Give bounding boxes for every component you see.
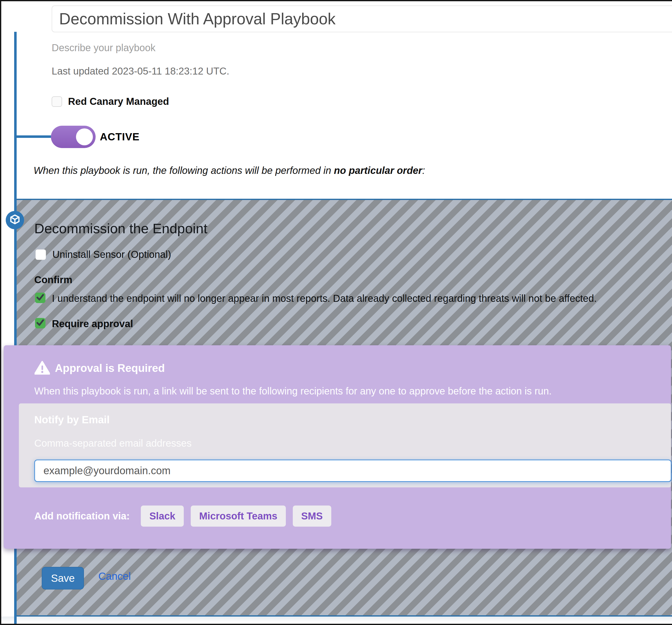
save-button[interactable]: Save [42,567,84,589]
approval-description: When this playbook is run, a link will b… [34,385,620,397]
confirm-understand-checkbox[interactable] [35,293,45,303]
last-updated-text: Last updated 2023-05-11 18:23:12 UTC. [52,65,229,77]
channel-buttons-group: Slack Microsoft Teams SMS [141,506,331,527]
warning-icon [34,361,50,376]
approval-heading: Approval is Required [55,362,165,374]
active-toggle-knob [76,129,93,145]
uninstall-sensor-label: Uninstall Sensor (Optional) [52,249,171,260]
uninstall-sensor-row: Uninstall Sensor (Optional) [35,249,171,260]
save-cancel-row: Save Cancel [42,567,131,589]
checkmark-icon [35,293,45,303]
slack-button[interactable]: Slack [141,506,184,527]
page-bottom-strip [0,617,672,625]
cube-icon [9,214,21,226]
uninstall-sensor-checkbox[interactable] [35,249,46,260]
notify-by-email-box: Notify by Email Comma-separated email ad… [19,403,671,487]
red-canary-managed-row: Red Canary Managed [52,96,169,107]
approval-header: Approval is Required [34,361,165,376]
checkmark-icon [35,318,45,329]
sms-button[interactable]: SMS [293,506,331,527]
red-canary-managed-label: Red Canary Managed [68,96,169,107]
active-toggle[interactable] [51,126,96,148]
notify-by-email-heading: Notify by Email [34,414,110,426]
require-approval-row: Require approval [35,318,133,329]
playbook-title-input[interactable] [52,5,672,32]
confirm-understand-row: I understand the endpoint will no longer… [35,293,661,304]
playbook-description-input[interactable] [52,39,623,56]
approval-required-panel: Approval is Required When this playbook … [4,345,671,549]
require-approval-checkbox[interactable] [35,318,45,328]
require-approval-label: Require approval [52,318,133,329]
active-toggle-label: ACTIVE [100,131,140,143]
cancel-link[interactable]: Cancel [98,570,131,582]
confirm-understand-label: I understand the endpoint will no longer… [52,293,597,304]
toggle-connector-line [16,135,51,138]
microsoft-teams-button[interactable]: Microsoft Teams [191,506,286,527]
action-node-icon [6,211,24,229]
playbook-intro-text: When this playbook is run, the following… [33,165,425,176]
red-canary-managed-checkbox[interactable] [52,96,62,107]
email-hint-text: Comma-separated email addresses [34,438,192,449]
add-notification-label: Add notification via: [34,510,129,522]
email-recipients-input[interactable] [34,460,672,482]
action-card-title: Decommission the Endpoint [34,221,207,237]
add-notification-row: Add notification via: Slack Microsoft Te… [34,506,331,527]
confirm-heading: Confirm [34,274,72,285]
